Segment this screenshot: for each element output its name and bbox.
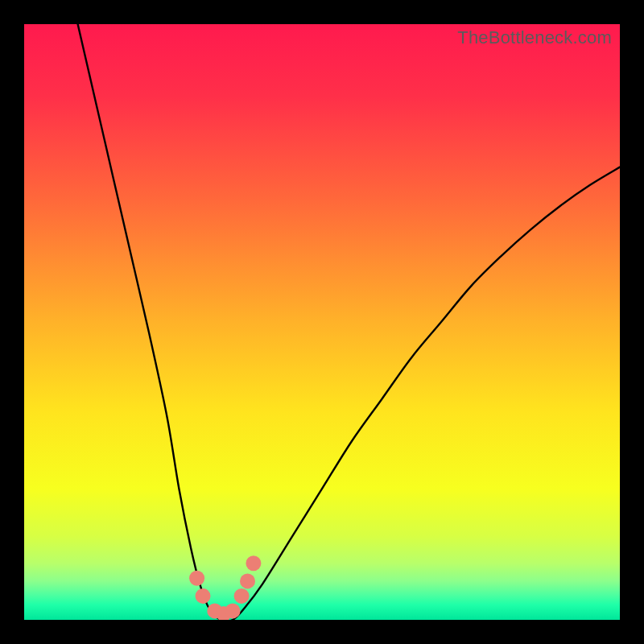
background-gradient <box>24 24 620 620</box>
chart-frame: TheBottleneck.com <box>0 0 644 644</box>
svg-rect-0 <box>24 24 620 620</box>
plot-area: TheBottleneck.com <box>24 24 620 620</box>
